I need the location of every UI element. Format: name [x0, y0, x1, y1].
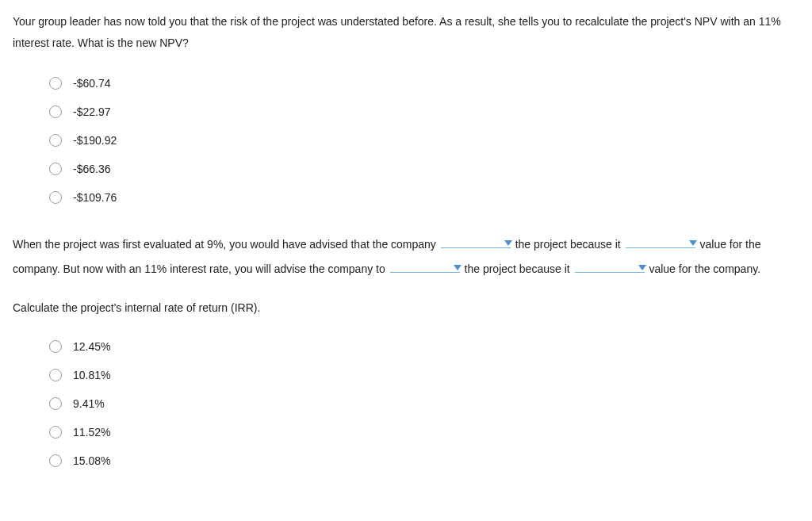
chevron-down-icon [454, 265, 462, 270]
radio-option[interactable]: 11.52% [49, 418, 799, 446]
radio-option[interactable]: -$66.36 [49, 155, 799, 183]
radio-icon [49, 163, 62, 175]
radio-icon [49, 77, 62, 90]
q2-text-1: When the project was first evaluated at … [13, 238, 439, 251]
q2-text-5: value for the company. [649, 262, 760, 275]
q2-text-4: the project because it [465, 262, 573, 275]
option-label: 12.45% [73, 336, 110, 358]
option-label: -$109.76 [73, 187, 117, 209]
option-label: 10.81% [73, 365, 110, 386]
chevron-down-icon [689, 240, 697, 246]
radio-option[interactable]: 9.41% [49, 389, 799, 418]
radio-icon [49, 340, 62, 353]
radio-option[interactable]: 15.08% [49, 446, 799, 475]
option-label: 11.52% [73, 422, 110, 443]
radio-icon [49, 426, 62, 439]
dropdown-blank-2[interactable] [626, 247, 695, 248]
option-label: -$60.74 [73, 73, 110, 94]
option-label: -$22.97 [73, 102, 110, 123]
q1-options: -$60.74 -$22.97 -$190.92 -$66.36 -$109.7… [13, 69, 799, 212]
chevron-down-icon [504, 240, 512, 246]
radio-option[interactable]: -$190.92 [49, 126, 799, 155]
option-label: 9.41% [73, 393, 105, 415]
radio-option[interactable]: -$109.76 [49, 183, 799, 212]
radio-icon [49, 369, 62, 381]
q3-options: 12.45% 10.81% 9.41% 11.52% 15.08% [13, 332, 799, 475]
q2-fill-paragraph: When the project was first evaluated at … [13, 232, 799, 282]
radio-icon [49, 105, 62, 118]
q3-prompt: Calculate the project's internal rate of… [13, 297, 799, 319]
radio-option[interactable]: -$22.97 [49, 98, 799, 126]
radio-icon [49, 397, 62, 410]
option-label: 15.08% [73, 450, 110, 472]
radio-option[interactable]: 10.81% [49, 361, 799, 389]
chevron-down-icon [638, 265, 646, 270]
radio-icon [49, 134, 62, 147]
radio-icon [49, 454, 62, 467]
radio-option[interactable]: -$60.74 [49, 69, 799, 98]
radio-option[interactable]: 12.45% [49, 332, 799, 361]
dropdown-blank-3[interactable] [390, 272, 460, 273]
dropdown-blank-1[interactable] [441, 247, 511, 248]
q1-prompt: Your group leader has now told you that … [13, 11, 799, 53]
option-label: -$66.36 [73, 159, 110, 180]
option-label: -$190.92 [73, 130, 117, 151]
radio-icon [49, 191, 62, 204]
dropdown-blank-4[interactable] [575, 272, 645, 273]
q2-text-2: the project because it [515, 238, 624, 251]
